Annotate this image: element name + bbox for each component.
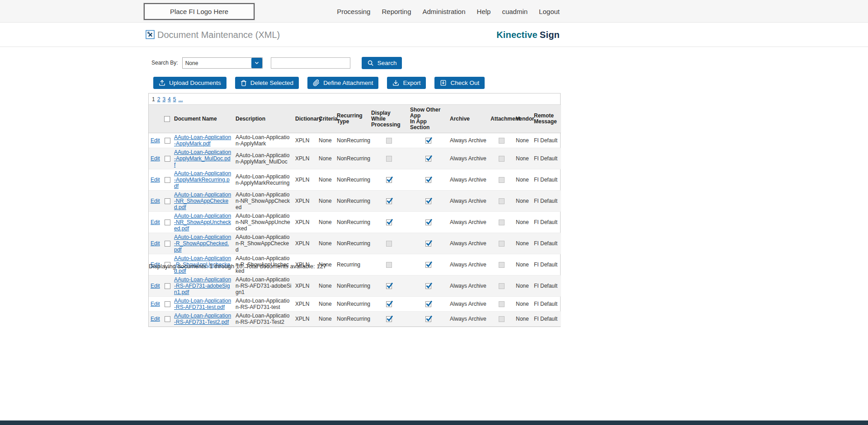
documents-table-container: 12345... Document NameDescriptionDiction…: [148, 93, 561, 327]
display_while_processing-checkbox[interactable]: [386, 283, 392, 289]
delete-selected-button[interactable]: Delete Selected: [235, 77, 299, 89]
cell-archive: Always Archive: [448, 212, 489, 233]
display_while_processing-checkbox: [386, 241, 392, 247]
cell-vendor: None: [514, 169, 532, 191]
nav-link-logout[interactable]: Logout: [539, 8, 560, 15]
nav-link-help[interactable]: Help: [477, 8, 491, 15]
brand-logo: KinectiveSign: [496, 30, 560, 40]
show_other_app-checkbox[interactable]: [425, 283, 431, 289]
cell-edit: Edit: [149, 191, 162, 212]
cell-description: AAuto-Loan-Application-R_ShowAppChecked: [234, 233, 293, 254]
cell-show_other_app: [408, 212, 448, 233]
cell-select: [162, 312, 172, 327]
page-link-4[interactable]: 4: [168, 96, 171, 103]
show_other_app-checkbox[interactable]: [425, 156, 431, 162]
edit-link[interactable]: Edit: [151, 316, 160, 322]
chevron-down-icon[interactable]: [251, 58, 262, 68]
edit-link[interactable]: Edit: [151, 177, 160, 183]
document-link[interactable]: AAuto-Loan-Application-RS-AFD731-test.pd…: [174, 298, 231, 310]
display_while_processing-checkbox[interactable]: [386, 301, 392, 307]
document-link[interactable]: AAuto-Loan-Application-ApplyMarkRecurrin…: [174, 170, 231, 189]
table-row: EditAAuto-Loan-Application-ApplyMark.pdf…: [149, 133, 561, 148]
cell-recurring_type: NonRecurring: [335, 212, 369, 233]
show_other_app-checkbox[interactable]: [425, 177, 431, 183]
page-link-2[interactable]: 2: [157, 96, 160, 103]
export-button[interactable]: Export: [387, 77, 426, 89]
page-link-more[interactable]: ...: [178, 96, 183, 103]
table-header-row: Document NameDescriptionDictionaryCriter…: [149, 105, 561, 133]
col-header-select: [162, 105, 172, 133]
select-checkbox[interactable]: [165, 177, 170, 183]
cell-display_while_processing: [369, 148, 408, 169]
select-checkbox[interactable]: [165, 316, 170, 322]
edit-link[interactable]: Edit: [151, 137, 160, 144]
edit-link[interactable]: Edit: [151, 219, 160, 225]
cell-dictionary: XPLN: [293, 169, 317, 191]
edit-link[interactable]: Edit: [151, 301, 160, 307]
select-checkbox[interactable]: [165, 138, 170, 144]
cell-vendor: None: [514, 254, 532, 276]
show_other_app-checkbox[interactable]: [425, 316, 431, 322]
search-by-select[interactable]: None: [182, 57, 263, 69]
edit-link[interactable]: Edit: [151, 240, 160, 247]
check-out-button[interactable]: Check Out: [434, 77, 485, 89]
document-link[interactable]: AAuto-Loan-Application-RS-AFD731-adobeSi…: [174, 276, 231, 295]
show_other_app-checkbox[interactable]: [425, 220, 431, 225]
cell-description: AAuto-Loan-Application-ApplyMarkRecurrin…: [234, 169, 293, 191]
show_other_app-checkbox[interactable]: [425, 262, 431, 268]
display_while_processing-checkbox[interactable]: [386, 220, 392, 225]
show_other_app-checkbox[interactable]: [425, 241, 431, 247]
cell-recurring_type: NonRecurring: [335, 297, 369, 312]
select-checkbox[interactable]: [165, 283, 170, 289]
show_other_app-checkbox[interactable]: [425, 198, 431, 204]
page-link-5[interactable]: 5: [173, 96, 176, 103]
edit-link[interactable]: Edit: [151, 155, 160, 162]
attachment-checkbox: [499, 138, 505, 144]
document-link[interactable]: AAuto-Loan-Application-ApplyMark.pdf: [174, 134, 231, 147]
cell-show_other_app: [408, 148, 448, 169]
cell-select: [162, 297, 172, 312]
select-checkbox[interactable]: [165, 241, 170, 247]
display_while_processing-checkbox: [386, 138, 392, 144]
select-checkbox[interactable]: [165, 220, 170, 225]
upload-documents-button[interactable]: Upload Documents: [153, 77, 226, 89]
cell-vendor: None: [514, 276, 532, 297]
attachment-checkbox: [499, 262, 505, 268]
cell-description: AAuto-Loan-Application-RS-AFD731-Test2: [234, 312, 293, 327]
show_other_app-checkbox[interactable]: [425, 138, 431, 144]
cell-edit: Edit: [149, 276, 162, 297]
document-link[interactable]: AAuto-Loan-Application-NR_ShowAppUncheck…: [174, 213, 231, 232]
cell-remote_message: FI Default: [532, 169, 561, 191]
select-checkbox[interactable]: [165, 301, 170, 307]
document-link[interactable]: AAuto-Loan-Application-R_ShowAppChecked.…: [174, 234, 231, 253]
cell-dictionary: XPLN: [293, 297, 317, 312]
page-header: Document Maintenance (XML) KinectiveSign: [0, 23, 868, 47]
col-header-description: Description: [234, 105, 293, 133]
search-input[interactable]: [271, 57, 350, 69]
select-checkbox[interactable]: [165, 156, 170, 162]
table-row: EditAAuto-Loan-Application-RS-AFD731-ado…: [149, 276, 561, 297]
cell-dictionary: XPLN: [293, 191, 317, 212]
display_while_processing-checkbox[interactable]: [386, 177, 392, 183]
display_while_processing-checkbox[interactable]: [386, 316, 392, 322]
edit-link[interactable]: Edit: [151, 198, 160, 204]
document-link[interactable]: AAuto-Loan-Application-ApplyMark_MulDoc.…: [174, 149, 231, 168]
cell-remote_message: FI Default: [532, 254, 561, 276]
document-link[interactable]: AAuto-Loan-Application-RS-AFD731-Test2.p…: [174, 313, 231, 325]
document-link[interactable]: AAuto-Loan-Application-NR_ShowAppChecked…: [174, 191, 231, 210]
show_other_app-checkbox[interactable]: [425, 301, 431, 307]
select-all-checkbox[interactable]: [164, 116, 170, 122]
select-checkbox[interactable]: [165, 198, 170, 204]
display_while_processing-checkbox[interactable]: [386, 198, 392, 204]
table-row: EditAAuto-Loan-Application-R_ShowAppChec…: [149, 233, 561, 254]
cell-recurring_type: NonRecurring: [335, 133, 369, 148]
define-attachment-button[interactable]: Define Attachment: [307, 77, 378, 89]
nav-link-reporting[interactable]: Reporting: [382, 8, 411, 15]
search-button[interactable]: Search: [362, 57, 402, 69]
page-link-3[interactable]: 3: [162, 96, 165, 103]
cell-remote_message: FI Default: [532, 276, 561, 297]
edit-link[interactable]: Edit: [151, 283, 160, 289]
nav-link-processing[interactable]: Processing: [337, 8, 370, 15]
nav-link-cuadmin[interactable]: cuadmin: [502, 8, 528, 15]
nav-link-administration[interactable]: Administration: [423, 8, 466, 15]
